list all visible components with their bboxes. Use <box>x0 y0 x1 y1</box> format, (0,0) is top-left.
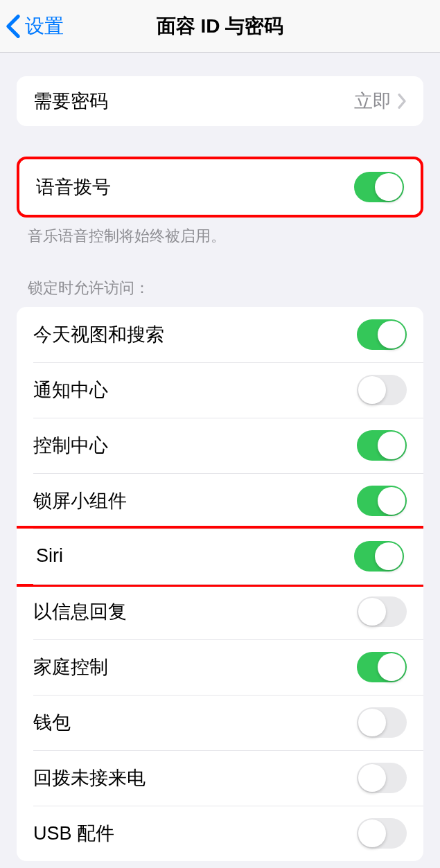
require-passcode-group: 需要密码 立即 <box>17 76 423 126</box>
control-center-row: 控制中心 <box>17 418 423 473</box>
require-passcode-label: 需要密码 <box>33 89 108 114</box>
reply-message-label: 以信息回复 <box>33 599 127 624</box>
require-passcode-value: 立即 <box>354 89 391 114</box>
page-title: 面容 ID 与密码 <box>157 13 284 39</box>
voice-dial-label: 语音拨号 <box>36 175 111 200</box>
usb-accessories-label: USB 配件 <box>33 821 114 846</box>
notification-center-row: 通知中心 <box>17 362 423 418</box>
chevron-right-icon <box>397 93 407 109</box>
home-control-label: 家庭控制 <box>33 655 108 680</box>
control-center-label: 控制中心 <box>33 433 108 458</box>
usb-accessories-row: USB 配件 <box>17 806 423 861</box>
usb-accessories-toggle[interactable] <box>357 818 407 849</box>
voice-dial-group: 语音拨号 <box>19 159 421 215</box>
voice-dial-toggle[interactable] <box>354 172 404 202</box>
back-button[interactable]: 设置 <box>0 13 64 39</box>
reply-message-row: 以信息回复 <box>17 584 423 639</box>
usb-accessories-footer: iPhone 锁定超过一小时后，需先解锁 iPhone 才能允许 USB 配件连… <box>0 861 440 868</box>
chevron-left-icon <box>6 14 21 39</box>
return-missed-call-label: 回拨未接来电 <box>33 765 146 790</box>
locked-access-header: 锁定时允许访问： <box>0 278 440 307</box>
lock-screen-widgets-toggle[interactable] <box>357 486 407 516</box>
today-view-row: 今天视图和搜索 <box>17 307 423 362</box>
siri-toggle[interactable] <box>354 541 404 572</box>
control-center-toggle[interactable] <box>357 430 407 461</box>
home-control-row: 家庭控制 <box>17 639 423 695</box>
siri-row: Siri <box>17 526 423 587</box>
back-label: 设置 <box>25 13 64 39</box>
wallet-toggle[interactable] <box>357 707 407 738</box>
siri-label: Siri <box>36 545 63 567</box>
lock-screen-widgets-label: 锁屏小组件 <box>33 488 127 513</box>
require-passcode-row[interactable]: 需要密码 立即 <box>17 76 423 126</box>
voice-dial-highlight: 语音拨号 <box>17 157 423 218</box>
return-missed-call-row: 回拨未接来电 <box>17 750 423 806</box>
voice-dial-row: 语音拨号 <box>19 159 421 215</box>
wallet-label: 钱包 <box>33 710 71 735</box>
voice-dial-footer: 音乐语音控制将始终被启用。 <box>0 218 440 247</box>
reply-message-toggle[interactable] <box>357 596 407 627</box>
lock-screen-widgets-row: 锁屏小组件 <box>17 473 423 529</box>
locked-access-group: 今天视图和搜索 通知中心 控制中心 锁屏小组件 Siri 以信息回复 家庭控制 <box>17 307 423 861</box>
notification-center-label: 通知中心 <box>33 378 108 402</box>
return-missed-call-toggle[interactable] <box>357 763 407 793</box>
wallet-row: 钱包 <box>17 695 423 750</box>
today-view-toggle[interactable] <box>357 319 407 350</box>
today-view-label: 今天视图和搜索 <box>33 322 164 347</box>
navigation-bar: 设置 面容 ID 与密码 <box>0 0 440 53</box>
home-control-toggle[interactable] <box>357 652 407 682</box>
notification-center-toggle[interactable] <box>357 375 407 405</box>
